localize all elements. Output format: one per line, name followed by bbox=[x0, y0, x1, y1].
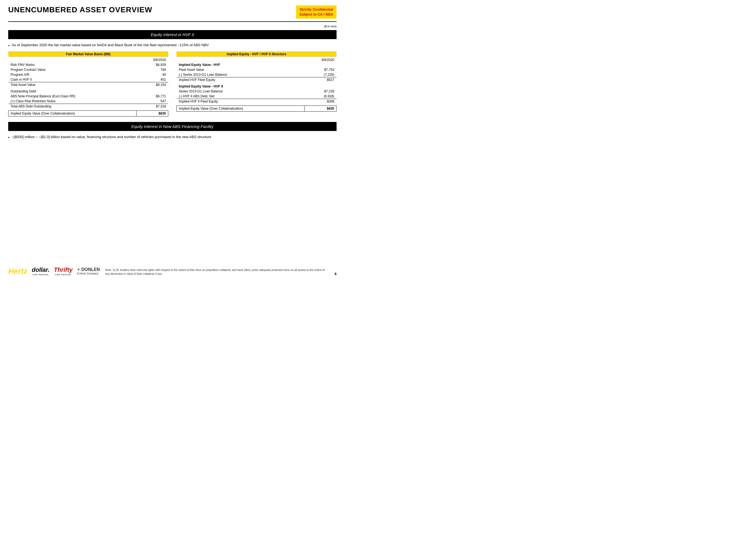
implied-s1-label-1: Fleet Asset Value bbox=[177, 67, 305, 72]
fmv-value-5: $6,771 bbox=[136, 94, 168, 99]
implied-final-value: $835 bbox=[305, 106, 337, 111]
implied-s1-value-2: (7,226) bbox=[305, 72, 337, 77]
implied-final-label: Implied Equity Value (Over Collateraliza… bbox=[177, 106, 305, 111]
section1-bullet: As of September 2020 the fair market val… bbox=[8, 43, 337, 48]
fmv-value-6: 547 bbox=[136, 99, 168, 104]
implied-s2-row-1: Series 2013-G1 Loan Balance $7,226 bbox=[177, 89, 337, 94]
implied-s2-total-row: Implied HVF II Fleet Equity $308 bbox=[177, 99, 337, 104]
implied-final-row: Implied Equity Value (Over Collateraliza… bbox=[177, 106, 337, 111]
implied-s2-total-value: $308 bbox=[305, 99, 337, 104]
implied-s1-row-2: (-) Series 2013-G1 Loan Balance (7,226) bbox=[177, 72, 337, 77]
fmv-label-4: Cash in HVF II bbox=[8, 77, 136, 82]
page-number: 6 bbox=[335, 272, 337, 276]
fmv-value-1: $6,929 bbox=[136, 62, 168, 67]
hertz-logo: Hertz bbox=[8, 267, 27, 276]
implied-s2-row-2: (-) HVF II ABS Debt, Net (6,918) bbox=[177, 94, 337, 99]
fmv-total-row: Total Asset Value $8,154 bbox=[8, 82, 168, 87]
footer: Hertz dollar. CAR RENTAL Thrifty CAR REN… bbox=[8, 266, 337, 276]
fmv-value-3: 40 bbox=[136, 72, 168, 77]
implied-section1-title-row: Implied Equity Value - HVF bbox=[177, 62, 337, 67]
implied-s2-total-label: Implied HVF II Fleet Equity bbox=[177, 99, 305, 104]
fmv-date-row: 9/8/2020 bbox=[8, 57, 168, 63]
fmv-row-5: ABS Note Principal Balance (Excl.Class R… bbox=[8, 94, 168, 99]
fmv-total-value: $8,154 bbox=[136, 82, 168, 87]
implied-section2-title: Implied Equity Value - HVF II bbox=[177, 84, 337, 89]
fmv-table-section: Fair Market Value Basis ($M) 9/8/2020 Ri… bbox=[8, 51, 168, 116]
implied-table: Implied Equity - HVF / HVF II Structure … bbox=[177, 51, 337, 112]
donlen-logo-sub: A Hertz Company bbox=[77, 272, 98, 275]
section2-bullet: ~[$500] million – ~[$1.0] billion based … bbox=[8, 135, 337, 139]
fmv-value-4: 401 bbox=[136, 77, 168, 82]
fmv-table-header: Fair Market Value Basis ($M) bbox=[8, 52, 168, 57]
implied-s1-total-value: $527 bbox=[305, 77, 337, 83]
implied-date: 9/8/2020 bbox=[305, 57, 337, 63]
implied-s2-value-1: $7,226 bbox=[305, 89, 337, 94]
dollar-logo-sub: CAR RENTAL bbox=[32, 273, 49, 276]
fmv-table: Fair Market Value Basis ($M) 9/8/2020 Ri… bbox=[8, 51, 168, 116]
implied-s1-label-2: (-) Series 2013-G1 Loan Balance bbox=[177, 72, 305, 77]
confidential-line2: Subject to CA / NDA bbox=[299, 12, 333, 17]
fmv-row-1: Risk FMV Marks $6,929 bbox=[8, 62, 168, 67]
fmv-implied-row: Implied Equity Value (Over Collateraliza… bbox=[8, 110, 168, 116]
hertz-logo-text: Hertz bbox=[8, 267, 27, 275]
section1-bullet-text: As of September 2020 the fair market val… bbox=[12, 43, 209, 47]
fmv-label-6: (+) Class Risk Retention Notes bbox=[8, 99, 136, 104]
donlen-logo: ✦ DONLEN A Hertz Company bbox=[77, 267, 100, 275]
footer-logos: Hertz dollar. CAR RENTAL Thrifty CAR REN… bbox=[8, 266, 100, 276]
implied-s1-total-row: Implied HVF Fleet Equity $527 bbox=[177, 77, 337, 83]
fmv-table-header-row: Fair Market Value Basis ($M) bbox=[8, 52, 168, 57]
implied-s2-value-2: (6,918) bbox=[305, 94, 337, 99]
fmv-label-3: Program A/R bbox=[8, 72, 136, 77]
fmv-outstanding-label: Outstanding Debt bbox=[8, 89, 136, 94]
tables-row: Fair Market Value Basis ($M) 9/8/2020 Ri… bbox=[8, 51, 337, 116]
implied-section1-title: Implied Equity Value - HVF bbox=[177, 62, 337, 67]
confidential-text: Strictly Confidential Subject to CA / ND… bbox=[299, 7, 333, 17]
thrifty-logo: Thrifty CAR RENTAL bbox=[54, 266, 73, 276]
implied-s2-label-2: (-) HVF II ABS Debt, Net bbox=[177, 94, 305, 99]
implied-table-header: Implied Equity - HVF / HVF II Structure bbox=[177, 52, 337, 57]
fmv-label-1: Risk FMV Marks bbox=[8, 62, 136, 67]
thrifty-logo-text: Thrifty bbox=[54, 266, 73, 273]
section1-header: Equity Interest in HVF II bbox=[8, 30, 337, 39]
implied-s1-value-1: $7,753 bbox=[305, 67, 337, 72]
implied-table-header-row: Implied Equity - HVF / HVF II Structure bbox=[177, 52, 337, 57]
top-border bbox=[8, 21, 337, 22]
donlen-grid-icon: ✦ bbox=[77, 267, 80, 272]
implied-section2-title-row: Implied Equity Value - HVF II bbox=[177, 84, 337, 89]
dollar-logo: dollar. CAR RENTAL bbox=[32, 266, 50, 276]
page: UNENCUMBERED ASSET OVERVIEW Strictly Con… bbox=[0, 0, 345, 280]
fmv-row-6: (+) Class Risk Retention Notes 547 bbox=[8, 99, 168, 104]
implied-s2-label-1: Series 2013-G1 Loan Balance bbox=[177, 89, 305, 94]
implied-table-section: Implied Equity - HVF / HVF II Structure … bbox=[177, 51, 337, 116]
fmv-label-5: ABS Note Principal Balance (Excl.Class R… bbox=[8, 94, 136, 99]
thrifty-logo-sub: CAR RENTAL bbox=[55, 273, 71, 276]
fmv-implied-value: $835 bbox=[136, 110, 168, 116]
donlen-name: DONLEN bbox=[81, 267, 100, 272]
fmv-total-label: Total Asset Value bbox=[8, 82, 136, 87]
donlen-logo-main: ✦ DONLEN bbox=[77, 267, 100, 272]
implied-date-row: 9/8/2020 bbox=[177, 57, 337, 63]
fmv-value-2: 784 bbox=[136, 67, 168, 72]
section2-bullet-text: ~[$500] million – ~[$1.0] billion based … bbox=[12, 135, 211, 139]
fmv-label-2: Program Contract Value bbox=[8, 67, 136, 72]
implied-s1-row-1: Fleet Asset Value $7,753 bbox=[177, 67, 337, 72]
fmv-implied-label: Implied Equity Value (Over Collateraliza… bbox=[8, 110, 136, 116]
fmv-row-2: Program Contract Value 784 bbox=[8, 67, 168, 72]
section2-header: Equity Interest in New ABS Financing Fac… bbox=[8, 122, 337, 131]
implied-s1-total-label: Implied HVF Fleet Equity bbox=[177, 77, 305, 83]
fmv-outstanding-label-row: Outstanding Debt bbox=[8, 89, 168, 94]
header: UNENCUMBERED ASSET OVERVIEW Strictly Con… bbox=[8, 5, 337, 19]
fmv-debt-total-row: Total ABS Debt Outstanding $7,318 bbox=[8, 104, 168, 109]
dollar-logo-text: dollar. bbox=[32, 266, 50, 273]
confidential-box: Strictly Confidential Subject to CA / ND… bbox=[296, 5, 337, 19]
fmv-debt-total-label: Total ABS Debt Outstanding bbox=[8, 104, 136, 109]
units-note: ($ in mm) bbox=[8, 25, 337, 28]
confidential-line1: Strictly Confidential bbox=[299, 7, 333, 12]
fmv-row-4: Cash in HVF II 401 bbox=[8, 77, 168, 82]
fmv-row-3: Program A/R 40 bbox=[8, 72, 168, 77]
footer-note: Note: 1L/2L lenders have reserved rights… bbox=[105, 268, 329, 276]
page-title: UNENCUMBERED ASSET OVERVIEW bbox=[8, 5, 152, 14]
fmv-debt-total-value: $7,318 bbox=[136, 104, 168, 109]
fmv-date: 9/8/2020 bbox=[136, 57, 168, 63]
